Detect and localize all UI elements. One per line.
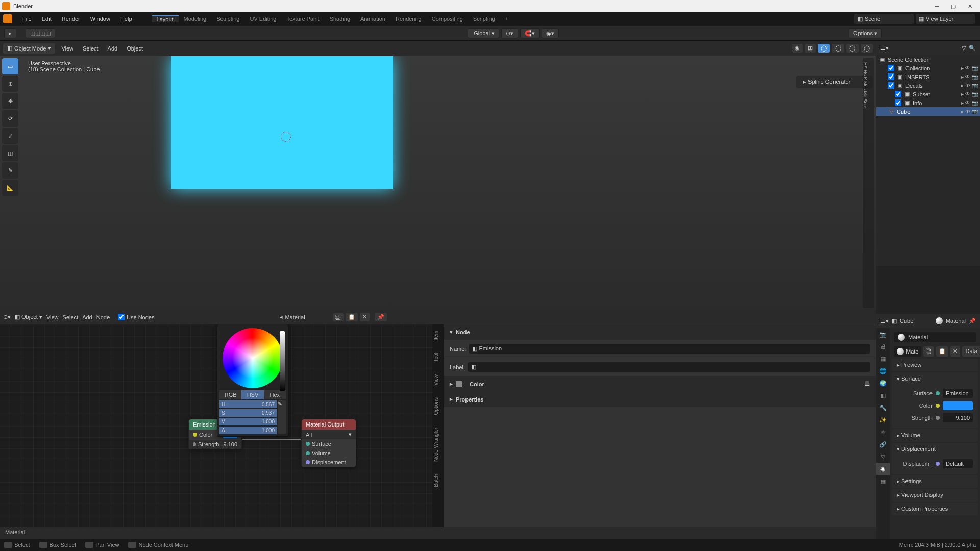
menu-edit[interactable]: Edit: [37, 16, 57, 22]
outliner-item-cube[interactable]: ▽ Cube ▸ 👁 📷: [876, 107, 980, 116]
volume-section[interactable]: ▸ Volume: [892, 429, 978, 442]
node-menu-select[interactable]: Select: [63, 314, 79, 320]
outliner-item-info[interactable]: ▣ Info ▸ 👁 📷: [876, 98, 980, 107]
color-section-head[interactable]: ▸ Color☰: [444, 377, 876, 392]
viewport-menu-view[interactable]: View: [58, 45, 77, 52]
outliner-item-collection[interactable]: ▣ Collection ▸ 👁 📷: [876, 64, 980, 72]
proptab-object[interactable]: ◧: [876, 389, 890, 402]
hex-tab[interactable]: Hex: [264, 390, 286, 399]
proptab-material[interactable]: ◉: [876, 463, 890, 475]
proptab-render[interactable]: 📷: [876, 328, 890, 340]
menu-window[interactable]: Window: [85, 16, 115, 22]
material-slot-select[interactable]: Material: [285, 314, 331, 320]
options-dropdown[interactable]: Options ▾: [849, 28, 882, 38]
tab-tool[interactable]: Tool: [432, 346, 444, 368]
node-name-field[interactable]: ◧ Emission: [469, 344, 870, 354]
data-link-select[interactable]: Data: [962, 346, 980, 357]
outliner-type-icon[interactable]: ☰▾: [880, 45, 889, 52]
visibility-toggles[interactable]: ▸ 👁 📷: [961, 65, 978, 71]
props-type-icon[interactable]: ☰▾: [880, 318, 889, 324]
viewport-cube-object[interactable]: [171, 56, 393, 189]
node-menu-view[interactable]: View: [46, 314, 59, 320]
snap-toggle[interactable]: 🧲▾: [520, 28, 540, 38]
shading-rendered[interactable]: ◯: [861, 44, 873, 53]
proptab-particles[interactable]: ✨: [876, 414, 890, 426]
viewport-menu-select[interactable]: Select: [80, 45, 102, 52]
material-output-node[interactable]: Material Output All ▾ Surface Volume Dis…: [301, 419, 356, 467]
material-color-swatch[interactable]: [943, 401, 973, 410]
disp-socket-icon[interactable]: [306, 460, 310, 464]
outliner-item-decals[interactable]: ▣ Decals ▸ 👁 📷: [876, 81, 980, 90]
s-value[interactable]: 0.937: [229, 409, 277, 417]
spline-generator-panel[interactable]: ▸ Spline Generator: [796, 76, 873, 88]
viewport-n-panel-tabs[interactable]: HS Hs K Mes Me Scre: [863, 58, 874, 308]
workspace-uv[interactable]: UV Editing: [244, 16, 281, 22]
node-section-head[interactable]: ▾ Node: [444, 324, 876, 340]
new-material-button[interactable]: 📋: [936, 346, 948, 357]
viewport-display-section[interactable]: ▸ Viewport Display: [892, 489, 978, 502]
node-label-field[interactable]: ◧: [468, 362, 870, 372]
rotate-tool[interactable]: ⟳: [2, 110, 18, 127]
color-socket-icon[interactable]: [193, 433, 197, 437]
workspace-compositing[interactable]: Compositing: [427, 16, 468, 22]
cursor-tool[interactable]: ⊕: [2, 76, 18, 92]
color-picker-popup[interactable]: RGB HSV Hex H0.567 S0.937 V1.000 A1.000 …: [217, 324, 288, 437]
proptab-scene[interactable]: 🌐: [876, 365, 890, 377]
browse-material-button[interactable]: ⿻: [923, 346, 934, 357]
viewlayer-selector[interactable]: ▦ View Layer: [916, 14, 975, 24]
workspace-sculpting[interactable]: Sculpting: [211, 16, 244, 22]
proptab-modifiers[interactable]: 🔧: [876, 402, 890, 414]
maximize-button[interactable]: ▢: [945, 3, 962, 10]
mode-selector[interactable]: ◧ Object Mode ▾: [3, 43, 55, 54]
v-value[interactable]: 1.000: [229, 418, 277, 425]
node-menu-node[interactable]: Node: [96, 314, 110, 320]
gizmo-toggle[interactable]: ⊞: [805, 44, 816, 53]
outliner-item-subset[interactable]: ▣ Subset ▸ 👁 📷: [876, 90, 980, 98]
proptab-output[interactable]: 🖨: [876, 340, 890, 353]
workspace-add[interactable]: +: [500, 16, 513, 22]
workspace-modeling[interactable]: Modeling: [179, 16, 212, 22]
node-n-panel-tabs[interactable]: Item Tool View Options Node Wrangler Bat…: [432, 324, 444, 527]
surface-section-head[interactable]: ▾ Surface: [892, 372, 978, 385]
annotate-tool[interactable]: ✎: [2, 162, 18, 179]
snap-buttons[interactable]: ◫◫◫◫: [26, 28, 55, 38]
workspace-layout[interactable]: Layout: [152, 15, 179, 22]
overlays-toggle[interactable]: ◉: [792, 44, 803, 53]
proptab-texture[interactable]: ▦: [876, 475, 890, 487]
minimize-button[interactable]: ─: [929, 3, 945, 9]
filter-icon[interactable]: ▽: [962, 45, 966, 52]
strength-socket-icon[interactable]: [193, 442, 196, 446]
menu-file[interactable]: File: [17, 16, 37, 22]
visibility-toggles[interactable]: ▸ 👁 📷: [961, 74, 978, 80]
copy-material-button[interactable]: ⿻: [333, 313, 344, 321]
volume-socket-icon[interactable]: [306, 451, 310, 455]
eyedropper-button[interactable]: ✎: [278, 400, 286, 434]
hsv-tab[interactable]: HSV: [241, 390, 263, 399]
menu-render[interactable]: Render: [57, 16, 85, 22]
unlink-material-button[interactable]: ✕: [950, 346, 960, 357]
settings-section[interactable]: ▸ Settings: [892, 475, 978, 488]
select-box-tool[interactable]: ▭: [2, 58, 18, 74]
workspace-animation[interactable]: Animation: [355, 16, 390, 22]
color-wheel[interactable]: [223, 328, 283, 388]
viewport-menu-add[interactable]: Add: [105, 45, 121, 52]
tab-view[interactable]: View: [432, 368, 444, 392]
close-button[interactable]: ✕: [962, 3, 978, 10]
shading-solid[interactable]: ◯: [832, 44, 844, 53]
proptab-constraints[interactable]: 🔗: [876, 438, 890, 450]
use-nodes-checkbox[interactable]: Use Nodes: [118, 314, 154, 320]
h-value[interactable]: 0.567: [229, 400, 277, 408]
a-value[interactable]: 1.000: [229, 427, 277, 434]
visibility-toggles[interactable]: ▸ 👁 📷: [961, 83, 978, 88]
workspace-rendering[interactable]: Rendering: [390, 16, 427, 22]
proptab-mesh[interactable]: ▽: [876, 450, 890, 463]
displacement-section-head[interactable]: ▾ Displacement: [892, 443, 978, 456]
tab-options[interactable]: Options: [432, 391, 444, 421]
node-object-select[interactable]: ◧ Object ▾: [15, 314, 42, 320]
outliner-item-inserts[interactable]: ▣ INSERTS ▸ 👁 📷: [876, 72, 980, 81]
move-tool[interactable]: ✥: [2, 93, 18, 109]
new-material-button[interactable]: 📋: [346, 313, 358, 321]
search-icon[interactable]: 🔍: [969, 45, 976, 52]
displacement-select[interactable]: Default: [943, 459, 973, 468]
node-editor-type[interactable]: ⊙▾: [3, 314, 11, 320]
